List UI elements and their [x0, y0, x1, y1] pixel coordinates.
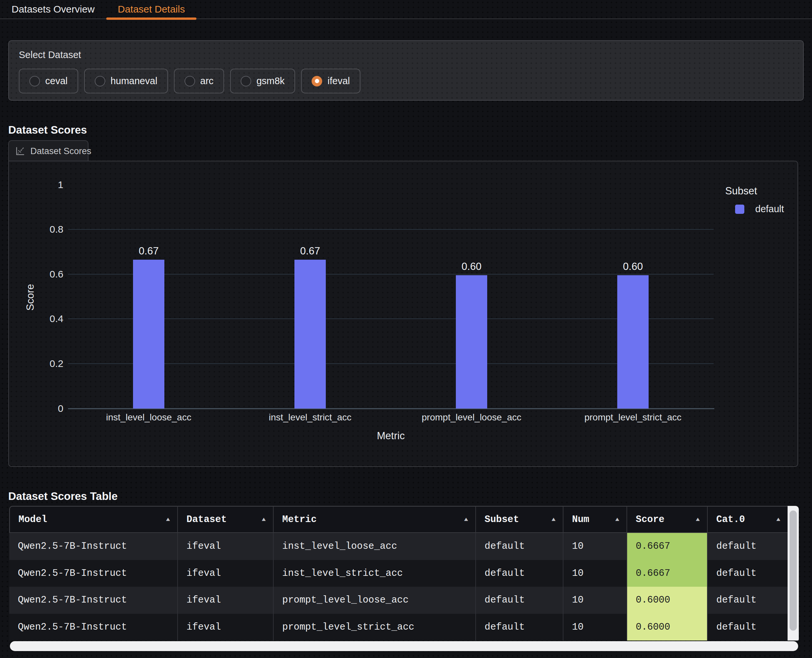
- x-axis-ticks: inst_level_loose_acc inst_level_strict_a…: [68, 412, 714, 423]
- cell-metric: prompt_level_loose_acc: [274, 587, 476, 614]
- sort-asc-icon[interactable]: ▲: [552, 516, 555, 523]
- cell-model: Qwen2.5-7B-Instruct: [9, 614, 178, 641]
- y-tick: 0.2: [9, 357, 63, 370]
- table-horizontal-scrollbar[interactable]: [10, 641, 798, 651]
- sort-asc-icon[interactable]: ▲: [776, 516, 780, 523]
- top-tab-bar: Datasets Overview Dataset Details: [0, 0, 812, 19]
- cell-num: 10: [563, 587, 627, 614]
- column-header-cat0[interactable]: Cat.0 ▲: [708, 506, 788, 533]
- bar-slot: 0.67: [229, 245, 391, 409]
- y-tick: 0.8: [9, 223, 63, 236]
- cell-metric: prompt_level_strict_acc: [274, 614, 476, 641]
- cell-num: 10: [563, 614, 627, 641]
- table-row: Qwen2.5-7B-Instruct ifeval prompt_level_…: [9, 587, 788, 614]
- select-dataset-panel: Select Dataset ceval humaneval arc gsm8k…: [8, 40, 804, 101]
- bar-series: 0.67 0.67 0.60 0.60: [68, 186, 714, 409]
- x-axis-title: Metric: [68, 430, 714, 442]
- cell-model: Qwen2.5-7B-Instruct: [9, 587, 178, 614]
- legend-entry-label: default: [755, 204, 784, 215]
- column-header-label: Num: [572, 514, 589, 525]
- sort-asc-icon[interactable]: ▲: [262, 516, 266, 523]
- bar-slot: 0.60: [391, 261, 552, 409]
- bar-slot: 0.60: [552, 261, 714, 409]
- sort-asc-icon[interactable]: ▲: [696, 516, 700, 523]
- bar-value-label: 0.67: [139, 245, 158, 257]
- column-header-model[interactable]: Model ▲: [9, 506, 178, 533]
- bar-prompt-level-strict-acc[interactable]: [617, 275, 649, 409]
- x-tick: prompt_level_loose_acc: [391, 412, 552, 423]
- radio-option-arc[interactable]: arc: [174, 69, 224, 93]
- legend-title: Subset: [725, 185, 784, 197]
- sort-asc-icon[interactable]: ▲: [166, 516, 170, 523]
- column-header-label: Cat.0: [716, 514, 745, 525]
- sort-asc-icon[interactable]: ▲: [464, 516, 468, 523]
- column-header-num[interactable]: Num ▲: [563, 506, 627, 533]
- dataset-scores-chart-panel: Score 1 0.8 0.6 0.4 0.2 0 0.67 0.67 0.60…: [8, 161, 798, 467]
- select-dataset-label: Select Dataset: [19, 50, 81, 60]
- tab-datasets-overview[interactable]: Datasets Overview: [0, 0, 106, 19]
- radio-option-humaneval[interactable]: humaneval: [84, 69, 168, 93]
- x-tick: inst_level_strict_acc: [229, 412, 391, 423]
- legend-entry-default[interactable]: default: [725, 204, 784, 215]
- x-tick: inst_level_loose_acc: [68, 412, 229, 423]
- radio-unselected-icon[interactable]: [241, 76, 251, 86]
- dataset-scores-chart-tab[interactable]: Dataset Scores: [8, 140, 88, 161]
- column-header-score[interactable]: Score ▲: [627, 506, 708, 533]
- cell-dataset: ifeval: [178, 614, 274, 641]
- dataset-radio-group: ceval humaneval arc gsm8k ifeval: [19, 69, 361, 93]
- tab-dataset-details[interactable]: Dataset Details: [106, 0, 196, 19]
- chart-legend: Subset default: [725, 185, 784, 215]
- cell-score: 0.6667: [627, 560, 708, 587]
- cell-num: 10: [563, 533, 627, 560]
- column-header-label: Score: [636, 514, 665, 525]
- cell-cat0: default: [708, 614, 788, 641]
- bar-inst-level-loose-acc[interactable]: [133, 260, 165, 409]
- radio-option-label: gsm8k: [257, 75, 285, 86]
- sort-asc-icon[interactable]: ▲: [615, 516, 619, 523]
- radio-option-ceval[interactable]: ceval: [19, 69, 78, 93]
- bar-value-label: 0.60: [623, 261, 643, 273]
- radio-option-gsm8k[interactable]: gsm8k: [230, 69, 295, 93]
- cell-subset: default: [476, 614, 563, 641]
- radio-unselected-icon[interactable]: [185, 76, 195, 86]
- bar-prompt-level-loose-acc[interactable]: [456, 275, 487, 409]
- column-header-subset[interactable]: Subset ▲: [476, 506, 563, 533]
- cell-model: Qwen2.5-7B-Instruct: [9, 560, 178, 587]
- y-tick: 1: [9, 178, 63, 191]
- app-page: { "header_tabs": [ { "label": "Datasets …: [0, 0, 812, 658]
- cell-score: 0.6667: [627, 533, 708, 560]
- y-tick: 0.6: [9, 268, 63, 281]
- column-header-metric[interactable]: Metric ▲: [274, 506, 476, 533]
- dataset-scores-heading: Dataset Scores: [8, 124, 87, 136]
- y-tick: 0.4: [9, 312, 63, 325]
- table-row: Qwen2.5-7B-Instruct ifeval prompt_level_…: [9, 614, 788, 641]
- column-header-label: Dataset: [187, 514, 227, 525]
- table-vertical-scrollbar[interactable]: [788, 506, 799, 641]
- cell-dataset: ifeval: [178, 587, 274, 614]
- cell-metric: inst_level_strict_acc: [274, 560, 476, 587]
- radio-unselected-icon[interactable]: [95, 76, 105, 86]
- bar-value-label: 0.67: [300, 245, 320, 257]
- column-header-label: Subset: [484, 514, 519, 525]
- cell-score: 0.6000: [627, 614, 708, 641]
- cell-dataset: ifeval: [178, 533, 274, 560]
- x-tick: prompt_level_strict_acc: [552, 412, 714, 423]
- column-header-dataset[interactable]: Dataset ▲: [178, 506, 274, 533]
- radio-selected-icon[interactable]: [312, 76, 322, 86]
- scatter-plot-icon: [15, 146, 25, 157]
- cell-dataset: ifeval: [178, 560, 274, 587]
- table-header-row: Model ▲ Dataset ▲ Metric ▲ Subset ▲ Num …: [9, 506, 788, 533]
- cell-model: Qwen2.5-7B-Instruct: [9, 533, 178, 560]
- table-grid: Model ▲ Dataset ▲ Metric ▲ Subset ▲ Num …: [9, 506, 788, 641]
- vertical-scrollbar-thumb[interactable]: [790, 511, 797, 631]
- bar-inst-level-strict-acc[interactable]: [295, 260, 326, 409]
- radio-option-ifeval[interactable]: ifeval: [301, 69, 361, 93]
- dataset-scores-table-heading: Dataset Scores Table: [8, 490, 118, 503]
- y-tick: 0: [9, 402, 63, 415]
- chart-tab-label: Dataset Scores: [30, 146, 91, 157]
- cell-subset: default: [476, 587, 563, 614]
- cell-score: 0.6000: [627, 587, 708, 614]
- radio-option-label: ifeval: [328, 75, 350, 86]
- cell-cat0: default: [708, 560, 788, 587]
- radio-unselected-icon[interactable]: [29, 76, 40, 86]
